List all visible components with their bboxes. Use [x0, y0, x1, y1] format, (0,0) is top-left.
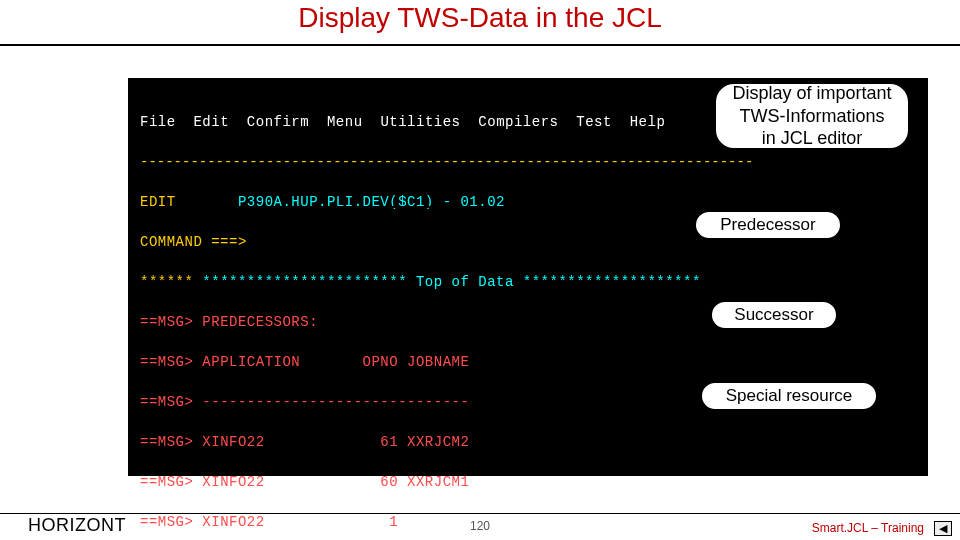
connector-predecessor [320, 206, 710, 208]
line-prefix: ==MSG> [140, 314, 193, 330]
line-text: XINFO22 1 [202, 514, 398, 530]
line-prefix: ==MSG> [140, 514, 193, 530]
ispf-separator: ----------------------------------------… [140, 152, 916, 172]
top-marker-left: ****** [140, 274, 193, 290]
line-prefix: ==MSG> [140, 474, 193, 490]
previous-slide-button[interactable]: ◀ [934, 521, 952, 536]
footer-training-label: Smart.JCL – Training [812, 521, 924, 535]
menu-compilers[interactable]: Compilers [478, 114, 558, 130]
footer-brand: HORIZONT [28, 515, 126, 536]
callout-special-resource: Special resource [700, 381, 878, 411]
msg-line: ==MSG> XINFO22 60 XXRJCM1 [140, 472, 916, 492]
title-divider [0, 44, 960, 46]
msg-line: ==MSG> APPLICATION OPNO JOBNAME [140, 352, 916, 372]
callout-tws-info: Display of important TWS-Informations in… [714, 82, 910, 150]
menu-edit[interactable]: Edit [193, 114, 229, 130]
menu-test[interactable]: Test [576, 114, 612, 130]
menu-menu[interactable]: Menu [327, 114, 363, 130]
connector-special-resource [370, 387, 705, 389]
line-text: PREDECESSORS: [202, 314, 318, 330]
menu-help[interactable]: Help [630, 114, 666, 130]
top-of-data-marker: ****** *********************** Top of Da… [140, 272, 916, 292]
connector-successor [300, 306, 720, 308]
top-marker-right: ******************** [523, 274, 701, 290]
callout-successor: Successor [710, 300, 838, 330]
line-prefix: ==MSG> [140, 354, 193, 370]
line-prefix: ==MSG> [140, 394, 193, 410]
edit-header-line: EDIT P390A.HUP.PLI.DEV($C1) - 01.02 [140, 192, 916, 212]
msg-line: ==MSG> XINFO22 61 XXRJCM2 [140, 432, 916, 452]
menu-utilities[interactable]: Utilities [380, 114, 460, 130]
footer-divider [0, 513, 960, 514]
page-number: 120 [470, 519, 490, 533]
line-text: ------------------------------ [202, 394, 469, 410]
callout-predecessor: Predecessor [694, 210, 842, 240]
top-marker-mid: *********************** [202, 274, 407, 290]
line-text: XINFO22 61 XXRJCM2 [202, 434, 469, 450]
top-marker-text: Top of Data [416, 274, 514, 290]
line-prefix: ==MSG> [140, 434, 193, 450]
arrow-left-icon: ◀ [939, 523, 947, 534]
menu-confirm[interactable]: Confirm [247, 114, 309, 130]
slide-title: Display TWS-Data in the JCL [0, 2, 960, 34]
line-text: XINFO22 60 XXRJCM1 [202, 474, 469, 490]
msg-line: ==MSG> XINFO22 1 [140, 512, 916, 532]
edit-label: EDIT [140, 194, 176, 210]
menu-file[interactable]: File [140, 114, 176, 130]
line-text: APPLICATION OPNO JOBNAME [202, 354, 469, 370]
